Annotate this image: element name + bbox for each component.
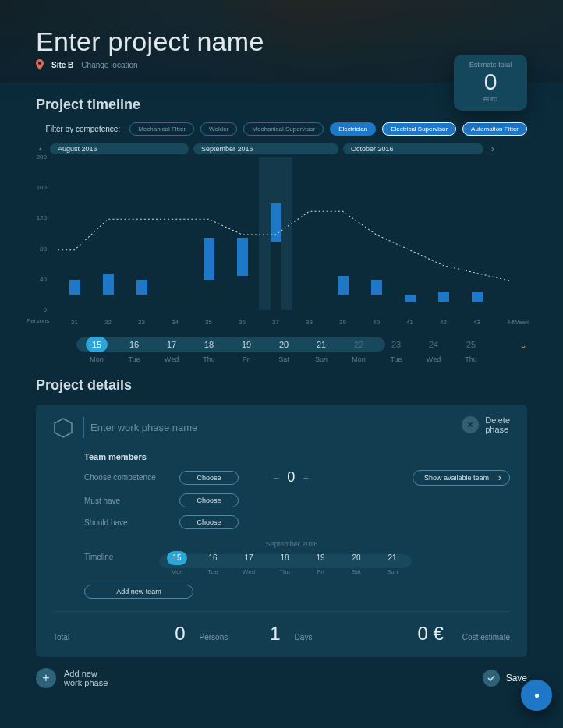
day-column[interactable]: 20Sat <box>265 337 303 363</box>
stepper-plus-icon[interactable]: + <box>303 472 309 484</box>
bottom-action-bar: + Add newwork phase Save <box>0 657 563 688</box>
estimate-value: 0 <box>454 70 527 94</box>
month-segment[interactable]: October 2016 <box>343 143 483 154</box>
mini-day-column[interactable]: 17Wed <box>231 551 267 575</box>
day-selector: ⌄ 15Mon16Tue17Wed18Thu19Fri20Sat21Sun22M… <box>36 337 527 363</box>
expand-days-icon[interactable]: ⌄ <box>519 340 527 351</box>
change-location-link[interactable]: Change location <box>81 61 137 69</box>
svg-marker-0 <box>55 419 72 437</box>
x-axis-label: Week <box>513 319 529 326</box>
month-segment[interactable]: September 2016 <box>193 143 338 154</box>
day-column[interactable]: 15Mon <box>78 337 115 363</box>
chart-week-column[interactable] <box>393 157 427 310</box>
chart-week-column[interactable] <box>427 157 460 310</box>
plus-icon: + <box>36 668 56 688</box>
location-row: Site B Change location <box>36 59 138 70</box>
location-name: Site B <box>51 61 73 69</box>
location-pin-icon <box>36 59 44 70</box>
phase-timeline: September 2016 Timeline 15Mon16Tue17Wed1… <box>84 540 510 575</box>
competence-filter-row: Filter by competence: Mechanical Fitter … <box>36 122 527 136</box>
check-icon <box>483 670 500 687</box>
total-persons-value: 0 <box>175 623 185 645</box>
mini-day-column[interactable]: 21Sun <box>374 551 410 575</box>
stepper-value: 0 <box>287 469 295 486</box>
chart-week-column[interactable] <box>158 157 192 310</box>
day-column[interactable]: 23Tue <box>377 337 415 363</box>
chart-week-column[interactable] <box>359 157 393 310</box>
choose-should-have-button[interactable]: Choose <box>179 515 239 529</box>
project-title-input[interactable]: Enter project name <box>36 27 264 57</box>
chart-week-column[interactable] <box>58 157 91 310</box>
team-members-heading: Team members <box>84 452 510 461</box>
floating-action-button[interactable] <box>521 680 552 711</box>
chart-week-column[interactable] <box>225 157 259 310</box>
mini-day-column[interactable]: 18Thu <box>267 551 303 575</box>
estimate-total-card: Estimate total 0 euro <box>454 55 527 111</box>
day-column[interactable]: 22Mon <box>340 337 377 363</box>
chip-automation-fitter[interactable]: Automation Fitter <box>462 122 527 136</box>
total-persons-unit: Persons <box>200 633 228 641</box>
chip-electrical-supervisor[interactable]: Electrical Supervisor <box>382 122 456 136</box>
chart-plot-area <box>58 157 527 310</box>
chart-week-column[interactable] <box>125 157 158 310</box>
cost-estimate-value: 0 € <box>417 623 443 645</box>
month-navigator: ‹ August 2016 September 2016 October 201… <box>36 143 527 154</box>
headcount-stepper: − 0 + <box>273 469 309 486</box>
mini-day-column[interactable]: 16Tue <box>195 551 231 575</box>
fab-dot-icon <box>535 694 539 698</box>
chart-week-column[interactable] <box>460 157 494 310</box>
chart-week-column[interactable] <box>192 157 225 310</box>
stepper-minus-icon[interactable]: − <box>273 472 279 484</box>
choose-must-have-button[interactable]: Choose <box>179 493 239 507</box>
timeline-row-label: Timeline <box>84 551 159 561</box>
day-column[interactable]: 24Wed <box>415 337 452 363</box>
day-column[interactable]: 25Thu <box>452 337 490 363</box>
save-button[interactable]: Save <box>483 670 527 687</box>
phase-name-input[interactable] <box>83 417 317 438</box>
details-heading: Project details <box>36 377 527 394</box>
y-axis-ticks: 04080120160200 <box>27 157 47 310</box>
phase-totals-row: Total 0 Persons 1 Days 0 € Cost estimate <box>53 611 510 657</box>
total-label: Total <box>53 633 69 641</box>
chart-week-column[interactable] <box>259 157 292 310</box>
choose-competence-button[interactable]: Choose <box>179 471 239 485</box>
day-column[interactable]: 18Thu <box>190 337 228 363</box>
day-column[interactable]: 21Sun <box>303 337 340 363</box>
phase-hexagon-icon <box>53 418 73 438</box>
chip-mechanical-supervisor[interactable]: Mechanical Supervisor <box>243 122 324 136</box>
day-column[interactable]: 17Wed <box>153 337 190 363</box>
chart-week-column[interactable] <box>326 157 359 310</box>
month-prev-icon[interactable]: ‹ <box>36 143 45 154</box>
total-days-unit: Days <box>295 633 313 641</box>
filter-label: Filter by competence: <box>46 125 121 133</box>
chart-week-column[interactable] <box>494 157 527 310</box>
chip-mechanical-fitter[interactable]: Mechanical Fitter <box>129 122 194 136</box>
should-have-label: Should have <box>84 518 168 527</box>
x-axis-ticks: 3132333435363738394041424344 <box>58 319 527 326</box>
show-available-team-button[interactable]: Show available team <box>413 470 510 486</box>
timeline-chart: 04080120160200 Persons 31323334353637383… <box>31 157 527 326</box>
close-icon: ✕ <box>462 416 479 433</box>
y-axis-label: Persons <box>27 317 49 324</box>
chart-week-column[interactable] <box>91 157 125 310</box>
delete-phase-button[interactable]: ✕ Deletephase <box>462 415 510 434</box>
cost-estimate-label: Cost estimate <box>462 633 510 641</box>
month-next-icon[interactable]: › <box>488 143 497 154</box>
chart-week-column[interactable] <box>292 157 326 310</box>
mini-day-column[interactable]: 15Mon <box>159 551 195 575</box>
day-column[interactable]: 19Fri <box>228 337 265 363</box>
month-segment[interactable]: August 2016 <box>50 143 189 154</box>
chip-electrician[interactable]: Electrician <box>330 122 376 136</box>
work-phase-card: ✕ Deletephase Team members Choose compet… <box>36 405 527 657</box>
day-column[interactable]: 16Tue <box>115 337 153 363</box>
add-work-phase-button[interactable]: + Add newwork phase <box>36 668 108 688</box>
must-have-label: Must have <box>84 497 168 505</box>
mini-month-label: September 2016 <box>159 540 424 548</box>
estimate-currency: euro <box>454 95 527 103</box>
estimate-label: Estimate total <box>454 61 527 69</box>
add-new-team-button[interactable]: Add new team <box>84 585 193 599</box>
total-days-value: 1 <box>270 623 280 645</box>
chip-welder[interactable]: Welder <box>200 122 237 136</box>
mini-day-column[interactable]: 19Fri <box>303 551 338 575</box>
mini-day-column[interactable]: 20Sat <box>338 551 374 575</box>
